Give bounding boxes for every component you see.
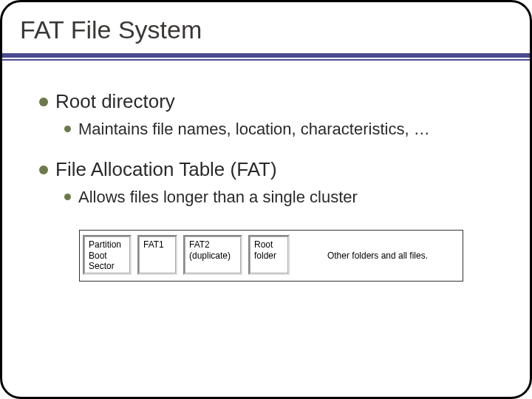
subbullet-allows: Allows files longer than a single cluste…	[64, 187, 493, 208]
box-fat1: FAT1	[137, 235, 177, 275]
bullet-fat: File Allocation Table (FAT)	[39, 158, 493, 181]
box-root-folder: Root folder	[248, 235, 290, 275]
title-rule-thick	[2, 53, 530, 58]
box-label: Root folder	[254, 239, 276, 261]
bullet-dot-icon	[64, 194, 71, 200]
bullet-text: Root directory	[55, 90, 175, 113]
box-label: Partition Boot Sector	[89, 239, 121, 271]
box-label: FAT1	[143, 239, 164, 250]
fat-layout-diagram: Partition Boot Sector FAT1 FAT2 (duplica…	[79, 230, 463, 282]
box-fat2: FAT2 (duplicate)	[183, 235, 242, 275]
bullet-dot-icon	[64, 126, 71, 132]
content-area: Root directory Maintains file names, loc…	[2, 61, 530, 282]
bullet-root-directory: Root directory	[39, 90, 493, 113]
title-area: FAT File System	[2, 2, 530, 50]
box-other-folders: Other folders and all files.	[293, 231, 463, 281]
subbullet-text: Maintains file names, location, characte…	[78, 119, 430, 140]
box-label: FAT2 (duplicate)	[189, 239, 231, 261]
bullet-dot-icon	[39, 98, 48, 106]
bullet-text: File Allocation Table (FAT)	[55, 158, 277, 181]
box-label: Other folders and all files.	[327, 250, 428, 261]
slide-title: FAT File System	[20, 16, 512, 44]
slide-frame: FAT File System Root directory Maintains…	[0, 0, 532, 399]
subbullet-text: Allows files longer than a single cluste…	[78, 187, 358, 208]
bullet-dot-icon	[39, 166, 48, 174]
box-partition-boot-sector: Partition Boot Sector	[83, 235, 132, 275]
subbullet-maintains: Maintains file names, location, characte…	[64, 119, 493, 140]
